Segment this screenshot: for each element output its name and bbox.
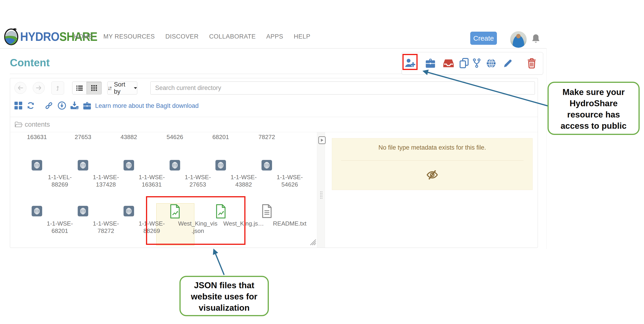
nav-item-help[interactable]: HELP <box>294 33 310 40</box>
file-label-partial: 68201 <box>198 133 244 141</box>
callout-json-files: JSON files that website uses for visuali… <box>180 276 269 316</box>
highlight-box-add-user <box>402 54 418 70</box>
sort-button-label: Sort by <box>114 81 131 95</box>
hydroshare-globe-icon <box>4 28 19 45</box>
nav-item-my-resources[interactable]: MY RESOURCES <box>103 33 155 40</box>
page-title: Content <box>10 56 50 69</box>
globe-file-icon <box>170 160 180 171</box>
globe-icon[interactable] <box>486 59 496 68</box>
nav-item-apps[interactable]: APPS <box>266 33 283 40</box>
pane-toggle-button[interactable] <box>318 136 326 144</box>
download-tray-icon[interactable] <box>70 101 79 110</box>
file-tile[interactable]: 1-1-WSE- 88269 <box>106 204 152 245</box>
fm-list-view-button[interactable] <box>72 81 87 95</box>
fm-search-input[interactable] <box>150 81 535 95</box>
user-avatar[interactable] <box>510 31 527 48</box>
viewport-edge <box>546 48 546 249</box>
fm-forward-button[interactable] <box>33 82 45 94</box>
globe-file-icon <box>124 206 134 216</box>
file-tile[interactable]: 1-1-WSE- 27653 <box>152 158 198 200</box>
nav-item-collaborate[interactable]: COLLABORATE <box>209 33 256 40</box>
trash-icon[interactable] <box>527 58 536 69</box>
breadcrumb[interactable]: contents <box>10 117 538 132</box>
copy-icon[interactable] <box>459 58 469 68</box>
globe-file-icon <box>32 160 42 171</box>
file-tile[interactable]: 1-1-WSE- 68201 <box>14 204 60 245</box>
nav-item-discover[interactable]: DISCOVER <box>166 33 199 40</box>
fm-grid-small-icon[interactable] <box>14 102 22 109</box>
caret-down-icon <box>134 87 137 89</box>
nav-item-home[interactable]: HOME <box>74 33 93 40</box>
resource-action-toolbar <box>402 52 543 75</box>
hydroshare-content-page: HYDROSHARE HOME MY RESOURCES DISCOVER CO… <box>0 0 644 324</box>
bagit-learn-more-link[interactable]: Learn more about the BagIt download <box>95 102 199 109</box>
metadata-message: No file type metadata exists for this fi… <box>332 144 532 151</box>
file-label: 54626 <box>267 181 312 188</box>
text-file-icon <box>261 204 272 218</box>
pane-splitter[interactable] <box>317 132 325 248</box>
breadcrumb-label: contents <box>25 121 50 128</box>
globe-file-icon <box>78 160 88 171</box>
file-tile[interactable]: 1-1-WSE- 54626 <box>244 158 290 200</box>
file-label-partial: 78272 <box>244 133 290 141</box>
bagit-briefcase-icon[interactable] <box>83 102 91 109</box>
file-tile[interactable]: 1-1-WSE- 78272 <box>60 204 106 245</box>
globe-file-icon <box>124 160 134 171</box>
fork-icon[interactable] <box>473 58 480 68</box>
briefcase-icon[interactable] <box>425 58 436 68</box>
highlight-box-json-files <box>146 196 246 245</box>
link-icon[interactable] <box>44 101 53 110</box>
main-nav: HOME MY RESOURCES DISCOVER COLLABORATE A… <box>74 25 310 48</box>
metadata-divider <box>341 160 524 161</box>
create-button[interactable]: Create <box>470 32 497 45</box>
file-label-partial: 43882 <box>106 133 152 141</box>
top-navbar: HYDROSHARE HOME MY RESOURCES DISCOVER CO… <box>0 25 546 49</box>
file-label-partial: 54626 <box>152 133 198 141</box>
refresh-icon[interactable] <box>26 101 35 110</box>
eye-slash-icon <box>426 170 438 180</box>
globe-file-icon <box>216 160 226 171</box>
sort-arrows-icon: ↓↑ <box>108 84 111 92</box>
globe-file-icon <box>78 206 88 216</box>
file-label: README.txt <box>267 220 312 227</box>
globe-file-icon <box>32 206 42 216</box>
notifications-bell-icon[interactable] <box>531 34 540 44</box>
file-tile[interactable]: 1-1-WSE- 163631 <box>106 158 152 200</box>
pencil-icon[interactable] <box>503 59 513 68</box>
fm-divider-2 <box>10 132 538 132</box>
file-label-partial: 163631 <box>14 133 60 141</box>
file-label-partial: 27653 <box>60 133 106 141</box>
splitter-grip-icon[interactable] <box>320 191 323 200</box>
file-tile[interactable]: 1-1-VEL- 88269 <box>14 158 60 200</box>
file-tile[interactable]: 1-1-WSE- 137428 <box>60 158 106 200</box>
fm-grid-view-button[interactable] <box>87 81 102 95</box>
pane-resize-handle[interactable] <box>308 238 317 246</box>
callout-public-access: Make sure your HydroShare resource has a… <box>548 82 640 135</box>
download-circle-icon[interactable] <box>58 101 66 110</box>
file-tile[interactable]: README.txt <box>244 204 290 245</box>
file-tile[interactable]: 1-1-WSE- 43882 <box>198 158 244 200</box>
fm-sort-button[interactable]: ↓↑ Sort by <box>107 81 137 95</box>
folder-open-icon <box>15 121 22 128</box>
inbox-icon[interactable] <box>443 59 454 68</box>
file-label: 1-1-WSE- <box>267 174 312 181</box>
globe-file-icon <box>262 160 272 171</box>
fm-up-directory-button[interactable] <box>51 81 64 95</box>
arrow-to-json-files <box>214 250 224 275</box>
fm-back-button[interactable] <box>14 82 26 94</box>
